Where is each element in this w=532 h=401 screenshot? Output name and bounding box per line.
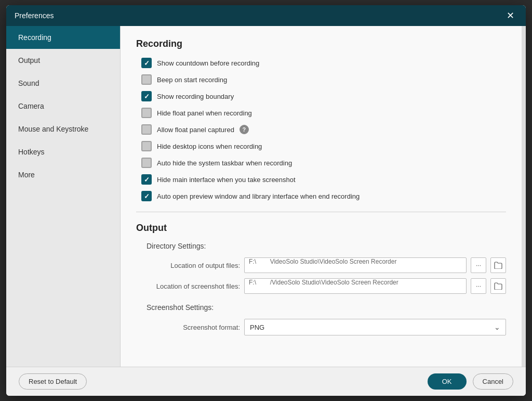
checkbox-beep[interactable] <box>141 74 152 85</box>
checkbox-allow-float[interactable] <box>141 124 152 135</box>
sidebar-item-recording[interactable]: Recording <box>6 26 120 49</box>
screenshot-format-label: Screenshot format: <box>136 324 240 331</box>
cancel-button[interactable]: Cancel <box>473 373 513 390</box>
sidebar-item-mouse-keystroke[interactable]: Mouse and Keystroke <box>6 118 120 140</box>
checkbox-label-allow-float: Allow float panel captured <box>157 126 234 134</box>
checkbox-row-hide-panel: Hide float panel when recording <box>141 108 506 118</box>
checkbox-label-hide-taskbar: Auto hide the system taskbar when record… <box>157 159 292 167</box>
output-section-title: Output <box>136 223 506 234</box>
checkbox-row-beep: Beep on start recording <box>141 74 506 85</box>
recording-checkboxes: Show countdown before recording Beep on … <box>141 58 506 201</box>
output-files-folder-button[interactable] <box>490 257 506 273</box>
sidebar-item-more[interactable]: More <box>6 163 120 186</box>
checkbox-hide-panel[interactable] <box>141 108 152 118</box>
preferences-dialog: Preferences ✕ Recording Output Sound Cam… <box>6 5 526 396</box>
checkbox-boundary[interactable] <box>141 91 152 101</box>
screenshot-files-dots-button[interactable]: ··· <box>471 278 486 294</box>
output-files-label: Location of output files: <box>136 262 240 269</box>
screenshot-files-folder-button[interactable] <box>490 278 506 294</box>
screenshot-files-row: Location of screenshot files: F:\ /Video… <box>136 278 506 294</box>
screenshot-files-input[interactable]: F:\ /VideoSolo Studio\VideoSolo Screen R… <box>244 278 467 294</box>
checkbox-row-boundary: Show recording boundary <box>141 91 506 101</box>
titlebar: Preferences ✕ <box>6 5 526 26</box>
ok-button[interactable]: OK <box>428 373 467 390</box>
checkbox-row-hide-main: Hide main interface when you take screen… <box>141 174 506 185</box>
sidebar: Recording Output Sound Camera Mouse and … <box>6 26 121 367</box>
screenshot-format-value: PNG <box>250 324 264 331</box>
checkbox-label-hide-panel: Hide float panel when recording <box>157 109 252 117</box>
screenshot-format-select[interactable]: PNG ⌄ <box>244 319 506 335</box>
scrollbar-track <box>522 26 526 367</box>
checkbox-hide-main[interactable] <box>141 174 152 185</box>
dialog-title: Preferences <box>15 11 54 20</box>
checkbox-row-countdown: Show countdown before recording <box>141 58 506 68</box>
main-content: Recording Show countdown before recordin… <box>121 26 522 367</box>
reset-to-default-button[interactable]: Reset to Default <box>19 373 87 390</box>
directory-settings-title: Directory Settings: <box>136 242 506 250</box>
checkbox-row-allow-float: Allow float panel captured ? <box>141 124 506 135</box>
output-files-input[interactable]: F:\ VideoSolo Studio\VideoSolo Screen Re… <box>244 257 467 273</box>
checkbox-row-hide-icons: Hide desktop icons when recording <box>141 141 506 151</box>
sidebar-item-output[interactable]: Output <box>6 49 120 72</box>
checkbox-row-hide-taskbar: Auto hide the system taskbar when record… <box>141 158 506 168</box>
checkbox-label-countdown: Show countdown before recording <box>157 59 259 67</box>
checkbox-label-boundary: Show recording boundary <box>157 93 234 100</box>
help-icon-allow-float[interactable]: ? <box>240 125 249 134</box>
checkbox-auto-open[interactable] <box>141 191 152 201</box>
screenshot-settings-title: Screenshot Settings: <box>136 303 506 312</box>
footer: Reset to Default OK Cancel <box>6 367 526 396</box>
checkbox-label-auto-open: Auto open preview window and library int… <box>157 192 360 200</box>
dialog-body: Recording Output Sound Camera Mouse and … <box>6 26 526 367</box>
checkbox-hide-taskbar[interactable] <box>141 158 152 168</box>
output-files-row: Location of output files: F:\ VideoSolo … <box>136 257 506 273</box>
sidebar-item-sound[interactable]: Sound <box>6 72 120 95</box>
close-button[interactable]: ✕ <box>503 9 517 22</box>
checkbox-label-hide-icons: Hide desktop icons when recording <box>157 143 262 150</box>
checkbox-countdown[interactable] <box>141 58 152 68</box>
chevron-down-icon: ⌄ <box>494 323 500 331</box>
recording-section-title: Recording <box>136 38 506 49</box>
section-divider <box>136 212 506 212</box>
checkbox-label-beep: Beep on start recording <box>157 76 227 84</box>
checkbox-row-auto-open: Auto open preview window and library int… <box>141 191 506 201</box>
screenshot-format-row: Screenshot format: PNG ⌄ <box>136 319 506 335</box>
sidebar-item-camera[interactable]: Camera <box>6 95 120 118</box>
footer-action-buttons: OK Cancel <box>428 373 513 390</box>
sidebar-item-hotkeys[interactable]: Hotkeys <box>6 140 120 163</box>
checkbox-label-hide-main: Hide main interface when you take screen… <box>157 176 296 184</box>
screenshot-files-label: Location of screenshot files: <box>136 282 240 290</box>
output-files-dots-button[interactable]: ··· <box>471 257 486 273</box>
checkbox-hide-icons[interactable] <box>141 141 152 151</box>
